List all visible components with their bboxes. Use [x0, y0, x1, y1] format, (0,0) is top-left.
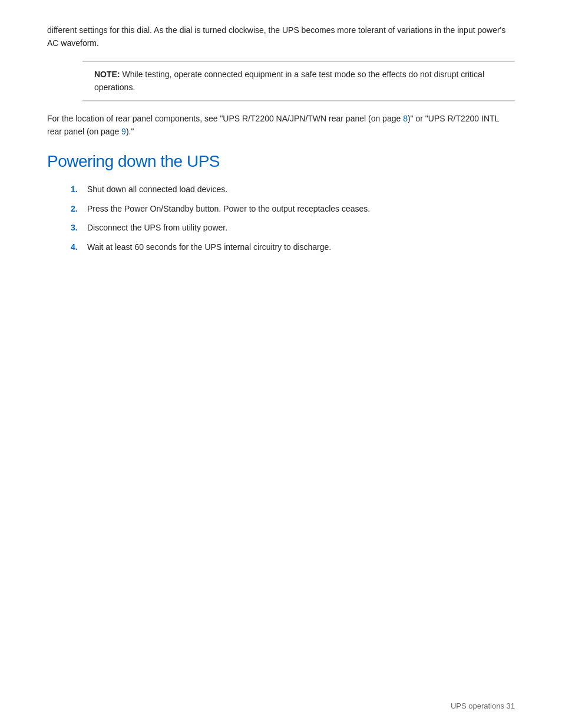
- note-text: NOTE: While testing, operate connected e…: [94, 68, 503, 94]
- location-link-2[interactable]: 9: [121, 127, 126, 136]
- list-item-4: 4.Wait at least 60 seconds for the UPS i…: [71, 241, 515, 253]
- location-paragraph: For the location of rear panel component…: [47, 112, 515, 139]
- note-box: NOTE: While testing, operate connected e…: [82, 61, 515, 101]
- footer: UPS operations 31: [451, 701, 515, 710]
- list-number-3: 3.: [71, 221, 87, 234]
- list-text-2: Press the Power On/Standby button. Power…: [87, 202, 370, 215]
- note-body: While testing, operate connected equipme…: [94, 70, 484, 92]
- list-text-1: Shut down all connected load devices.: [87, 183, 227, 196]
- list-item-1: 1.Shut down all connected load devices.: [71, 183, 515, 196]
- list-item-3: 3.Disconnect the UPS from utility power.: [71, 221, 515, 234]
- location-link-1[interactable]: 8: [403, 114, 408, 123]
- list-number-2: 2.: [71, 202, 87, 215]
- list-text-4: Wait at least 60 seconds for the UPS int…: [87, 241, 331, 253]
- note-label: NOTE:: [94, 70, 120, 79]
- location-text-3: ).": [126, 127, 134, 136]
- footer-text: UPS operations 31: [451, 701, 515, 710]
- page-content: different settings for this dial. As the…: [0, 0, 562, 307]
- list-number-4: 4.: [71, 241, 87, 253]
- location-text-1: For the location of rear panel component…: [47, 114, 403, 123]
- list-number-1: 1.: [71, 183, 87, 196]
- intro-paragraph: different settings for this dial. As the…: [47, 24, 515, 50]
- list-item-2: 2.Press the Power On/Standby button. Pow…: [71, 202, 515, 215]
- steps-list: 1.Shut down all connected load devices.2…: [71, 183, 515, 253]
- section-title: Powering down the UPS: [47, 152, 515, 171]
- list-text-3: Disconnect the UPS from utility power.: [87, 221, 227, 234]
